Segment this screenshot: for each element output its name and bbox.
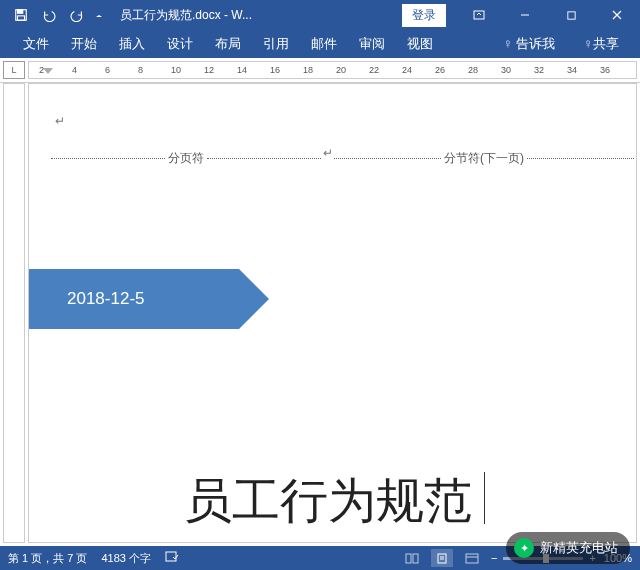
web-layout-button[interactable] xyxy=(461,549,483,567)
titlebar: 员工行为规范.docx - W... 登录 xyxy=(0,0,640,30)
svg-rect-1 xyxy=(18,10,23,14)
wechat-name: 新精英充电站 xyxy=(540,539,618,557)
tab-tellme[interactable]: ♀ 告诉我 xyxy=(494,31,564,57)
ruler-tick: 26 xyxy=(435,65,445,75)
text-cursor xyxy=(484,472,485,524)
ruler-tick: 2 xyxy=(39,65,44,75)
tab-file[interactable]: 文件 xyxy=(14,31,58,57)
tab-mailings[interactable]: 邮件 xyxy=(302,31,346,57)
svg-rect-7 xyxy=(413,554,418,563)
ruler-tick: 16 xyxy=(270,65,280,75)
ruler-tick: 34 xyxy=(567,65,577,75)
tab-references[interactable]: 引用 xyxy=(254,31,298,57)
ruler-tick: 32 xyxy=(534,65,544,75)
tab-design[interactable]: 设计 xyxy=(158,31,202,57)
svg-rect-5 xyxy=(166,552,176,561)
wechat-icon: ✦ xyxy=(514,538,534,558)
ruler-tick: 28 xyxy=(468,65,478,75)
print-layout-button[interactable] xyxy=(431,549,453,567)
ruler-tick: 18 xyxy=(303,65,313,75)
svg-rect-2 xyxy=(18,16,25,20)
ruler-tick: 12 xyxy=(204,65,214,75)
section-break-indicator: 分节符(下一页) xyxy=(334,150,634,167)
ruler-tick: 22 xyxy=(369,65,379,75)
undo-button[interactable] xyxy=(36,2,62,28)
maximize-button[interactable] xyxy=(548,0,594,30)
spellcheck-icon[interactable] xyxy=(165,551,179,565)
ruler-tick: 24 xyxy=(402,65,412,75)
window-title: 员工行为规范.docx - W... xyxy=(106,7,402,24)
ruler-tick: 36 xyxy=(600,65,610,75)
ruler-horizontal-area: L 24681012141618202224262830323436 xyxy=(0,58,640,83)
ruler-tick: 30 xyxy=(501,65,511,75)
save-button[interactable] xyxy=(8,2,34,28)
date-arrow-shape[interactable]: 2018-12-5 xyxy=(29,269,239,329)
tab-insert[interactable]: 插入 xyxy=(110,31,154,57)
wechat-attribution-overlay[interactable]: ✦ 新精英充电站 xyxy=(506,532,630,564)
svg-rect-9 xyxy=(466,554,478,563)
document-page[interactable]: ↵ 分页符 ↵ 分节符(下一页) 2018-12-5 员工行为规范 xyxy=(28,83,637,543)
ruler-tick: 8 xyxy=(138,65,143,75)
login-button[interactable]: 登录 xyxy=(402,4,446,27)
close-button[interactable] xyxy=(594,0,640,30)
paragraph-mark-icon: ↵ xyxy=(323,146,333,160)
svg-rect-3 xyxy=(474,11,484,19)
tab-layout[interactable]: 布局 xyxy=(206,31,250,57)
date-text: 2018-12-5 xyxy=(67,289,145,309)
ribbon-tabs: 文件 开始 插入 设计 布局 引用 邮件 审阅 视图 ♀ 告诉我 ♀共享 xyxy=(0,30,640,58)
content-area: ↵ 分页符 ↵ 分节符(下一页) 2018-12-5 员工行为规范 xyxy=(0,83,640,543)
tab-review[interactable]: 审阅 xyxy=(350,31,394,57)
tab-selector[interactable]: L xyxy=(3,61,25,79)
zoom-out-button[interactable]: − xyxy=(491,552,497,564)
read-mode-button[interactable] xyxy=(401,549,423,567)
page-count[interactable]: 第 1 页，共 7 页 xyxy=(8,551,87,566)
tab-view[interactable]: 视图 xyxy=(398,31,442,57)
tab-home[interactable]: 开始 xyxy=(62,31,106,57)
svg-rect-4 xyxy=(567,11,574,18)
ruler-tick: 10 xyxy=(171,65,181,75)
word-count[interactable]: 4183 个字 xyxy=(101,551,151,566)
ruler-tick: 20 xyxy=(336,65,346,75)
ruler-horizontal[interactable]: 24681012141618202224262830323436 xyxy=(28,61,637,79)
minimize-button[interactable] xyxy=(502,0,548,30)
redo-button[interactable] xyxy=(64,2,90,28)
ribbon-display-button[interactable] xyxy=(456,0,502,30)
ruler-tick: 4 xyxy=(72,65,77,75)
window-controls xyxy=(456,0,640,30)
quick-access-toolbar xyxy=(0,2,106,28)
first-line-indent-marker[interactable] xyxy=(43,62,53,79)
ruler-tick: 6 xyxy=(105,65,110,75)
ruler-vertical[interactable] xyxy=(3,83,25,543)
document-title[interactable]: 员工行为规范 xyxy=(184,469,472,533)
share-button[interactable]: ♀共享 xyxy=(574,31,628,57)
paragraph-mark-icon: ↵ xyxy=(55,114,65,128)
page-break-indicator: 分页符 xyxy=(51,150,321,167)
svg-rect-6 xyxy=(406,554,411,563)
qat-customize-dropdown[interactable] xyxy=(92,2,106,28)
ruler-tick: 14 xyxy=(237,65,247,75)
